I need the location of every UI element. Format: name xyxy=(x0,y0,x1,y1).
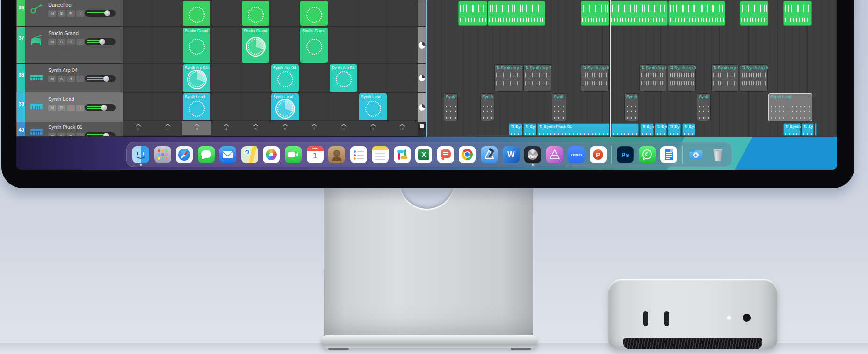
region-synth-arp-04[interactable]: ⇅ Synth Arp 04 xyxy=(494,64,522,92)
column-trigger-8[interactable]: 8 xyxy=(329,121,358,135)
contacts-icon[interactable] xyxy=(328,146,345,163)
chrome-icon[interactable] xyxy=(459,146,476,163)
region-synth-lead[interactable]: Synth Lead xyxy=(768,93,812,121)
zoom-icon[interactable]: zoom xyxy=(568,146,585,163)
loop-cell-synth-lead[interactable]: Synth Lead xyxy=(183,93,210,121)
r-button[interactable]: R xyxy=(67,105,75,111)
s-button[interactable]: S xyxy=(58,39,65,45)
loop-cell-synth-lead[interactable]: Synth Lead xyxy=(271,93,299,121)
column-trigger-5[interactable]: 5 xyxy=(241,121,270,135)
region-synth[interactable]: Synth xyxy=(480,93,494,121)
volume-slider[interactable] xyxy=(85,10,116,17)
r-button[interactable]: R xyxy=(67,10,75,17)
region-synth[interactable]: Synth xyxy=(697,93,711,121)
loop-cell-studio-grand[interactable]: Studio Grand xyxy=(300,28,328,63)
loop-cell-synth-arp-04[interactable]: Synth Arp 04 xyxy=(183,64,210,92)
s-button[interactable]: S xyxy=(58,76,65,82)
xcode-icon[interactable] xyxy=(481,146,498,163)
s-button[interactable]: S xyxy=(58,10,65,17)
maps-icon[interactable] xyxy=(241,146,258,163)
calendar-icon[interactable]: APR1 xyxy=(307,146,324,163)
region-synt[interactable]: ⇅ Synt xyxy=(509,123,522,136)
region-synth[interactable]: Synth xyxy=(552,93,566,121)
word-icon[interactable]: W xyxy=(503,146,520,163)
column-trigger-1[interactable]: 1 xyxy=(123,121,153,135)
powerpoint-icon[interactable]: P xyxy=(590,146,607,163)
m-button[interactable]: M xyxy=(48,10,56,17)
volume-slider[interactable] xyxy=(85,75,116,82)
r-button[interactable]: R xyxy=(67,76,75,82)
loop-cell-synth-arp-04[interactable]: Synth Arp 04 xyxy=(271,64,299,92)
photos-icon[interactable] xyxy=(263,146,280,163)
reminders-icon[interactable] xyxy=(350,146,367,163)
volume-slider[interactable] xyxy=(85,38,116,45)
region-synth-arp-04[interactable]: ⇅ Synth Arp 04 xyxy=(581,64,609,92)
column-trigger-9[interactable]: 9 xyxy=(358,121,388,135)
region-synt[interactable]: ⇅ Synt xyxy=(523,123,536,136)
region-synt[interactable]: ⇅ Synt xyxy=(640,123,654,136)
region-synth-arp-04[interactable]: ⇅ Synth Arp 04 xyxy=(668,64,696,92)
r-button[interactable]: R xyxy=(67,39,75,45)
region-synth-arp-04[interactable]: ⇅ Synth Arp 04 xyxy=(639,64,666,92)
column-trigger-4[interactable]: 4 xyxy=(211,121,241,135)
m-button[interactable]: M xyxy=(48,39,56,45)
region-synth[interactable]: Synth xyxy=(444,93,458,121)
volume-slider[interactable] xyxy=(85,104,116,111)
volume-knob[interactable] xyxy=(104,10,110,16)
s-button[interactable]: S xyxy=(58,105,65,111)
region-dancefloor[interactable] xyxy=(783,1,812,26)
r-button[interactable]: R xyxy=(67,133,75,137)
region-dancefloor[interactable] xyxy=(610,1,668,26)
i-button[interactable]: I xyxy=(76,133,84,137)
playhead[interactable] xyxy=(610,0,611,137)
mail-icon[interactable] xyxy=(219,146,236,163)
m-button[interactable]: M xyxy=(48,76,56,82)
region-dancefloor[interactable] xyxy=(668,1,725,26)
track-header-dancefloor[interactable]: 36DancefloorMSRI xyxy=(16,0,123,27)
m-button[interactable]: M xyxy=(48,105,56,111)
region-synth-pluck-01[interactable]: ⇅ Synth Pluck 01 xyxy=(537,123,610,136)
volume-knob[interactable] xyxy=(103,76,109,82)
region-synth-pluck-01[interactable] xyxy=(611,123,639,136)
photoshop-icon[interactable]: Ps xyxy=(617,146,634,163)
loop-cell-dancefloor[interactable] xyxy=(242,1,269,26)
google-docs-icon[interactable] xyxy=(660,146,677,163)
divider-segment[interactable] xyxy=(418,93,426,122)
region-synth[interactable]: ⇅ Synth xyxy=(783,123,801,136)
m-button[interactable]: M xyxy=(48,133,56,137)
loop-cell-studio-grand[interactable]: Studio Grand xyxy=(242,28,269,63)
volume-knob[interactable] xyxy=(103,133,109,137)
safari-icon[interactable] xyxy=(176,146,193,163)
whatsapp-icon[interactable] xyxy=(639,146,656,163)
finder-icon[interactable] xyxy=(132,146,149,163)
region-synth-arp-04[interactable]: ⇅ Synth Arp 04 xyxy=(523,64,551,92)
loop-cell-synth-lead[interactable]: Synth Lead xyxy=(359,93,387,121)
divider-segment[interactable] xyxy=(418,0,426,26)
i-button[interactable]: I xyxy=(76,76,84,82)
track-header-synth-pluck-01[interactable]: 40Synth Pluck 01MSRI xyxy=(16,122,123,137)
track-header-synth-lead[interactable]: 39Synth LeadMSRI xyxy=(16,92,123,122)
loop-cell-synth-arp-04[interactable]: Synth Arp 04 xyxy=(330,64,357,92)
chat-app-icon[interactable] xyxy=(437,146,454,163)
column-trigger-6[interactable]: 6 xyxy=(270,121,300,135)
column-trigger-3[interactable]: 3 xyxy=(182,121,211,135)
column-trigger-2[interactable]: 2 xyxy=(153,121,182,135)
volume-knob[interactable] xyxy=(101,105,107,111)
region-synth[interactable]: Synth xyxy=(624,93,638,121)
region-dancefloor[interactable] xyxy=(458,1,487,26)
divider-segment[interactable] xyxy=(418,27,426,63)
region-dancefloor[interactable] xyxy=(581,1,609,26)
region-synth-arp-04[interactable]: ⇅ Synth Arp 04 xyxy=(740,64,768,92)
i-button[interactable]: I xyxy=(76,105,84,111)
region-synt[interactable]: ⇅ Synt xyxy=(668,123,681,136)
slack-icon[interactable] xyxy=(394,146,411,163)
loop-cell-studio-grand[interactable]: Studio Grand xyxy=(183,28,210,63)
region-dancefloor[interactable] xyxy=(488,1,545,26)
region-dancefloor[interactable] xyxy=(740,1,768,26)
region-synt[interactable]: ⇅ Synt xyxy=(655,123,667,136)
region-synth-arp-04[interactable]: ⇅ Synth Arp 04 xyxy=(711,64,738,92)
notes-icon[interactable] xyxy=(372,146,389,163)
track-header-studio-grand[interactable]: 37Studio GrandMSRI xyxy=(16,27,123,64)
loop-cell-dancefloor[interactable] xyxy=(183,1,210,26)
loop-cell-dancefloor[interactable] xyxy=(300,1,328,26)
